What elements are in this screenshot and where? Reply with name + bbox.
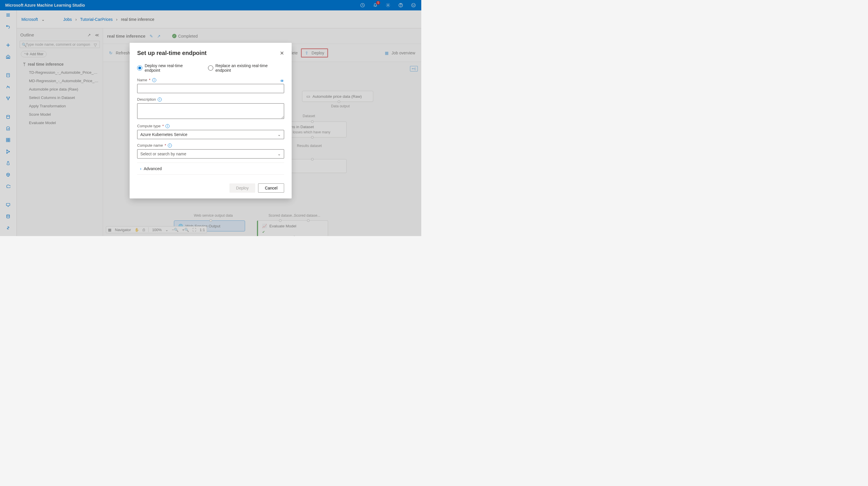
name-input[interactable]	[137, 84, 284, 93]
description-label: Description i	[137, 97, 284, 101]
compute-name-select[interactable]: Select or search by name ⌄	[137, 149, 284, 159]
radio-icon	[208, 65, 213, 71]
modal-cancel-button[interactable]: Cancel	[258, 184, 284, 193]
chevron-down-icon: ⌄	[277, 132, 281, 137]
info-icon[interactable]: i	[165, 124, 169, 128]
chevron-down-icon: ⌄	[277, 152, 281, 156]
eye-icon[interactable]: 👁	[280, 79, 284, 83]
modal-title: Set up real-time endpoint	[137, 50, 207, 56]
chevron-right-icon: ›	[140, 166, 142, 171]
info-icon[interactable]: i	[168, 143, 172, 148]
advanced-toggle[interactable]: › Advanced	[137, 163, 284, 175]
info-icon[interactable]: i	[158, 97, 162, 101]
description-input[interactable]	[137, 103, 284, 119]
deploy-modal: Set up real-time endpoint ✕ Deploy new r…	[130, 43, 292, 198]
compute-type-label: Compute type * i	[137, 124, 284, 128]
modal-deploy-button: Deploy	[229, 184, 255, 193]
close-button[interactable]: ✕	[280, 50, 284, 56]
compute-type-select[interactable]: Azure Kubernetes Service ⌄	[137, 130, 284, 139]
radio-icon	[137, 65, 142, 71]
compute-name-label: Compute name * i	[137, 143, 284, 148]
radio-deploy-new[interactable]: Deploy new real-time endpoint	[137, 63, 199, 73]
info-icon[interactable]: i	[152, 78, 156, 82]
modal-overlay: Set up real-time endpoint ✕ Deploy new r…	[0, 0, 421, 236]
name-label: Name * i	[137, 78, 156, 82]
radio-replace[interactable]: Replace an existing real-time endpoint	[208, 63, 284, 73]
